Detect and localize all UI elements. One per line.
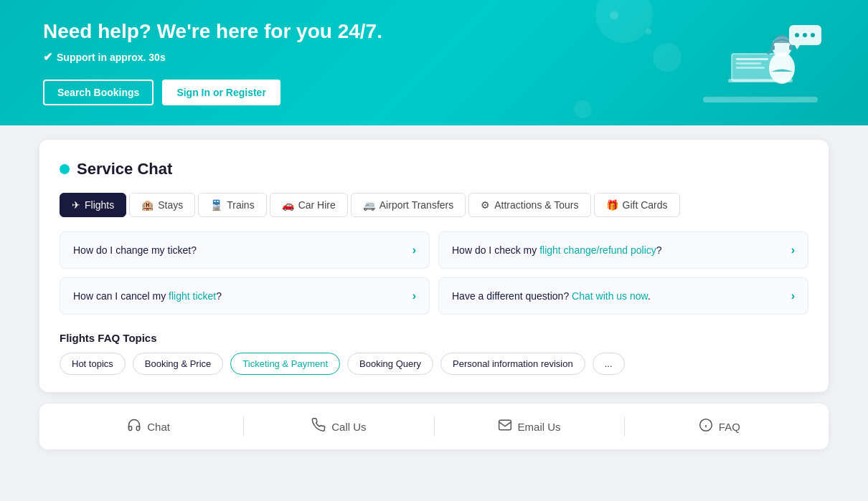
faq-topics-section: Flights FAQ Topics Hot topics Booking & …	[60, 332, 808, 375]
nav-faq[interactable]: FAQ	[625, 418, 814, 436]
flights-icon: ✈	[72, 199, 80, 211]
faq-item-change-ticket[interactable]: How do I change my ticket? ›	[60, 232, 430, 269]
main-content: Service Chat ✈ Flights 🏨 Stays 🚆 Trains …	[25, 125, 843, 464]
nav-call-us[interactable]: Call Us	[244, 418, 433, 436]
chevron-right-icon: ›	[791, 290, 795, 302]
nav-email-us[interactable]: Email Us	[435, 418, 624, 436]
svg-point-16	[811, 33, 815, 37]
svg-point-6	[769, 52, 795, 84]
tab-car-hire[interactable]: 🚗 Car Hire	[270, 193, 348, 217]
header-illustration	[689, 4, 832, 122]
tabs-container: ✈ Flights 🏨 Stays 🚆 Trains 🚗 Car Hire 🚐 …	[60, 193, 808, 217]
faq-topics-chips: Hot topics Booking & Price Ticketing & P…	[60, 353, 808, 375]
svg-rect-0	[703, 97, 818, 102]
header: Need help? We're here for you 24/7. ✔ Su…	[0, 0, 868, 125]
trains-icon: 🚆	[210, 199, 222, 211]
email-icon	[498, 418, 512, 436]
service-chat-header: Service Chat	[60, 160, 808, 178]
chevron-right-icon: ›	[791, 244, 795, 257]
faq-topics-title: Flights FAQ Topics	[60, 332, 808, 344]
nav-chat[interactable]: Chat	[54, 418, 243, 436]
svg-marker-13	[795, 45, 800, 49]
faq-item-cancel-ticket[interactable]: How can I cancel my flight ticket? ›	[60, 277, 430, 315]
chevron-right-icon: ›	[412, 244, 416, 257]
nav-chat-label: Chat	[147, 421, 170, 433]
transfer-icon: 🚐	[363, 199, 375, 211]
chip-booking-price[interactable]: Booking & Price	[133, 353, 224, 375]
nav-call-label: Call Us	[331, 421, 366, 433]
svg-rect-17	[499, 420, 511, 429]
svg-rect-3	[736, 58, 768, 60]
tab-attractions[interactable]: ⚙ Attractions & Tours	[468, 193, 590, 217]
nav-faq-label: FAQ	[719, 421, 740, 433]
svg-point-15	[803, 33, 807, 37]
tab-gift-cards[interactable]: 🎁 Gift Cards	[594, 193, 680, 217]
chip-personal-info[interactable]: Personal information revision	[440, 353, 585, 375]
chip-booking-query[interactable]: Booking Query	[347, 353, 433, 375]
tab-flights[interactable]: ✈ Flights	[60, 193, 126, 217]
svg-point-14	[795, 33, 799, 37]
phone-icon	[311, 418, 326, 436]
svg-line-10	[769, 49, 772, 52]
car-icon: 🚗	[282, 199, 294, 211]
svg-rect-4	[736, 62, 761, 65]
svg-rect-9	[789, 45, 793, 50]
check-icon: ✔	[43, 50, 52, 64]
search-bookings-button[interactable]: Search Bookings	[43, 80, 154, 105]
service-chat-status-dot	[60, 164, 70, 174]
svg-rect-5	[736, 67, 765, 69]
signin-button[interactable]: Sign In or Register	[162, 80, 280, 105]
tab-trains[interactable]: 🚆 Trains	[198, 193, 266, 217]
chevron-right-icon: ›	[412, 290, 416, 302]
faq-item-different-question[interactable]: Have a different question? Chat with us …	[438, 277, 808, 315]
bottom-nav: Chat Call Us Email Us	[39, 404, 829, 449]
gift-icon: 🎁	[606, 199, 618, 211]
chip-ticketing-payment[interactable]: Ticketing & Payment	[230, 353, 340, 375]
info-icon	[699, 418, 713, 436]
service-chat-card: Service Chat ✈ Flights 🏨 Stays 🚆 Trains …	[39, 140, 829, 392]
chip-more[interactable]: ...	[593, 353, 625, 375]
service-chat-title: Service Chat	[77, 160, 172, 178]
tab-airport-transfers[interactable]: 🚐 Airport Transfers	[351, 193, 466, 217]
headset-icon	[127, 418, 141, 436]
stays-icon: 🏨	[141, 199, 154, 211]
faq-item-check-policy[interactable]: How do I check my flight change/refund p…	[438, 232, 808, 269]
faq-grid: How do I change my ticket? › How do I ch…	[60, 232, 808, 315]
attractions-icon: ⚙	[481, 199, 490, 211]
tab-stays[interactable]: 🏨 Stays	[129, 193, 195, 217]
nav-email-label: Email Us	[518, 421, 561, 433]
svg-point-11	[767, 52, 770, 54]
chip-hot-topics[interactable]: Hot topics	[60, 353, 126, 375]
